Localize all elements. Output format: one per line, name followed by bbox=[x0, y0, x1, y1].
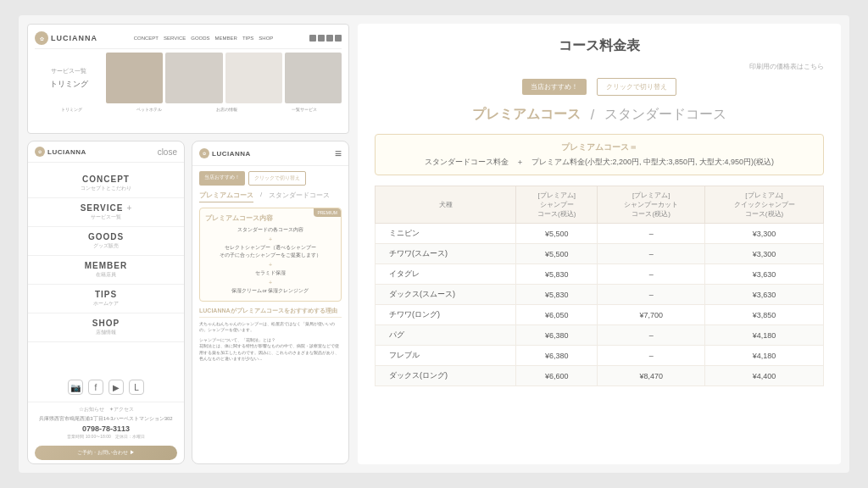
service-trimming[interactable]: トリミング bbox=[35, 107, 109, 112]
banner-images bbox=[106, 53, 342, 103]
tab-divider: / bbox=[260, 191, 262, 202]
mobile-content-logo-text: LUCIANNA bbox=[212, 150, 251, 158]
shampoo-cell: ¥5,830 bbox=[516, 264, 598, 285]
nav-tips[interactable]: TIPS bbox=[242, 36, 253, 41]
table-row: ダックス(スムース) ¥5,830 – ¥3,630 bbox=[376, 285, 824, 305]
shampoo-cell: ¥5,500 bbox=[516, 224, 598, 244]
plus-3: + bbox=[205, 278, 336, 287]
menu-goods-label: GOODS bbox=[28, 232, 184, 241]
table-row: イタグレ ¥5,830 – ¥3,630 bbox=[376, 264, 824, 285]
desktop-social-icons bbox=[309, 35, 342, 42]
service-plus-icon: + bbox=[126, 203, 131, 213]
premium-corner-label: PREMIUM bbox=[314, 208, 341, 217]
nav-concept[interactable]: CONCEPT bbox=[134, 36, 159, 41]
mobile-tel[interactable]: 0798-78-3113 bbox=[35, 424, 177, 433]
premium-line-3: その子に合ったシャンプーをご提案します） bbox=[205, 252, 336, 260]
breed-cell: フレブル bbox=[376, 346, 516, 366]
premium-course-title[interactable]: プレミアムコース bbox=[472, 106, 581, 124]
col-quick-header: [プレミアム]クイックシャンプーコース(税込) bbox=[705, 186, 824, 224]
premium-desc-text: スタンダードコース料金 ＋ プレミアム料金(小型犬:2,200円, 中型犬:3,… bbox=[386, 157, 813, 168]
premium-line-2: セレクトシャンプー（選べるシャンプー bbox=[205, 244, 336, 252]
recommend-selector-btn[interactable]: 当店おすすめ！ bbox=[522, 79, 587, 95]
banner-img-4 bbox=[285, 53, 342, 103]
menu-tips-sub: ホームケア bbox=[28, 300, 184, 308]
premium-line-1: スタンダードの各コース内容 bbox=[205, 226, 336, 235]
shampoo-cut-cell: ¥7,700 bbox=[598, 305, 705, 325]
contact-labels: ☆お知らせ ✦アクセス bbox=[35, 406, 177, 413]
service-info[interactable]: お店の情報 bbox=[190, 107, 264, 112]
menu-item-service[interactable]: SERVICE + サービス一覧 bbox=[28, 198, 184, 227]
recommend-sub-title: シャンプーについて、「花制法」とは？ bbox=[199, 337, 342, 344]
mobile-instagram-icon[interactable]: 📷 bbox=[68, 380, 83, 395]
premium-box-content: スタンダードの各コース内容 + セレクトシャンプー（選べるシャンプー その子に合… bbox=[205, 226, 336, 296]
mobile-menu-list: CONCEPT コンセプトとこだわり SERVICE + サービス一覧 GOOD… bbox=[28, 163, 184, 373]
mobile-menu-logo: ✿ LUCIANNA bbox=[35, 147, 86, 157]
quick-cell: ¥4,400 bbox=[705, 366, 824, 386]
breed-cell: ミニピン bbox=[376, 224, 516, 244]
left-section: ✿ LUCIANNA CONCEPT SERVICE GOODS MEMBER … bbox=[27, 24, 349, 464]
hamburger-icon[interactable]: ≡ bbox=[335, 147, 342, 160]
youtube-icon bbox=[326, 35, 333, 42]
desktop-logo: ✿ LUCIANNA bbox=[35, 31, 97, 45]
banner-img-2 bbox=[165, 53, 222, 103]
service-hotel[interactable]: ペットホテル bbox=[113, 107, 187, 112]
col-shampoo-cut-header: [プレミアム]シャンプーカットコース(税込) bbox=[598, 186, 705, 224]
shampoo-cut-cell: – bbox=[598, 346, 705, 366]
trimming-label: トリミング bbox=[50, 79, 88, 90]
menu-item-tips[interactable]: TIPS ホームケア bbox=[28, 285, 184, 313]
shampoo-cell: ¥6,050 bbox=[516, 305, 598, 325]
mobile-youtube-icon[interactable]: ▶ bbox=[108, 380, 124, 395]
col-breed-header: 犬種 bbox=[376, 186, 516, 224]
nav-service[interactable]: SERVICE bbox=[164, 36, 186, 41]
close-button[interactable]: close bbox=[158, 147, 177, 157]
quick-cell: ¥3,630 bbox=[705, 285, 824, 305]
plus-2: + bbox=[205, 260, 336, 269]
breed-cell: ダックス(スムース) bbox=[376, 285, 516, 305]
breed-cell: イタグレ bbox=[376, 264, 516, 285]
price-table-section: コース料金表 印刷用の価格表はこちら 当店おすすめ！ クリックで切り替え プレミ… bbox=[358, 24, 841, 464]
premium-tab[interactable]: プレミアムコース bbox=[199, 191, 253, 202]
nav-shop[interactable]: SHOP bbox=[259, 36, 273, 41]
menu-item-shop[interactable]: SHOP 店舗情報 bbox=[28, 313, 184, 342]
menu-shop-sub: 店舗情報 bbox=[28, 329, 184, 336]
desktop-nav: ✿ LUCIANNA CONCEPT SERVICE GOODS MEMBER … bbox=[35, 31, 342, 49]
mobile-hours: 営業時間 10:00〜18:00 定休日：水曜日 bbox=[35, 434, 177, 439]
menu-item-goods[interactable]: GOODS グッズ販売 bbox=[28, 227, 184, 256]
menu-item-member[interactable]: MEMBER 在籍店員 bbox=[28, 256, 184, 285]
service-list[interactable]: 一覧サービス bbox=[268, 107, 342, 112]
mobile-facebook-icon[interactable]: f bbox=[88, 380, 103, 395]
click-toggle-btn[interactable]: クリックで切り替え bbox=[248, 171, 306, 186]
breed-cell: パグ bbox=[376, 325, 516, 346]
course-title-divider: / bbox=[591, 108, 594, 123]
recommend-toggle-btn[interactable]: 当店おすすめ！ bbox=[199, 171, 245, 186]
quick-cell: ¥4,180 bbox=[705, 346, 824, 366]
quick-cell: ¥3,300 bbox=[705, 244, 824, 264]
recommend-section: LUCIANNAがプレミアムコースをおすすめする理由 犬ちゃんねんちゃんのシャン… bbox=[199, 307, 342, 363]
main-container: ✿ LUCIANNA CONCEPT SERVICE GOODS MEMBER … bbox=[19, 15, 849, 473]
nav-goods[interactable]: GOODS bbox=[191, 36, 209, 41]
click-selector-btn[interactable]: クリックで切り替え bbox=[597, 78, 676, 96]
standard-course-title[interactable]: スタンダードコース bbox=[604, 106, 726, 124]
reserve-button[interactable]: ご予約・お問い合わせ ▶ bbox=[35, 446, 177, 460]
mobile-content-mockup: ✿ LUCIANNA ≡ 当店おすすめ！ クリックで切り替え プレミアムコース … bbox=[192, 141, 349, 464]
shampoo-cut-cell: – bbox=[598, 325, 705, 346]
course-title-row: プレミアムコース / スタンダードコース bbox=[375, 106, 824, 124]
shampoo-cut-cell: – bbox=[598, 244, 705, 264]
menu-item-concept[interactable]: CONCEPT コンセプトとこだわり bbox=[28, 169, 184, 198]
price-table-title: コース料金表 bbox=[375, 37, 824, 55]
menu-member-label: MEMBER bbox=[28, 261, 184, 270]
instagram-icon bbox=[309, 35, 316, 42]
facebook-icon bbox=[318, 35, 325, 42]
standard-tab[interactable]: スタンダードコース bbox=[269, 191, 330, 202]
shampoo-cell: ¥5,500 bbox=[516, 244, 598, 264]
premium-line-4: セラミド保湿 bbox=[205, 269, 336, 278]
mobile-row: ✿ LUCIANNA close CONCEPT コンセプトとこだわり SERV… bbox=[27, 141, 349, 464]
quick-cell: ¥3,300 bbox=[705, 224, 824, 244]
mobile-line-icon[interactable]: L bbox=[129, 380, 144, 395]
nav-member[interactable]: MEMBER bbox=[215, 36, 237, 41]
print-link[interactable]: 印刷用の価格表はこちら bbox=[375, 62, 824, 71]
quick-cell: ¥4,180 bbox=[705, 325, 824, 346]
shampoo-cell: ¥6,600 bbox=[516, 366, 598, 386]
shampoo-cut-cell: – bbox=[598, 264, 705, 285]
recommend-sub-text: 花制法とは、体に関する特性が影響なものの中で、病院・診察室などで使用する薬を加工… bbox=[199, 343, 342, 363]
